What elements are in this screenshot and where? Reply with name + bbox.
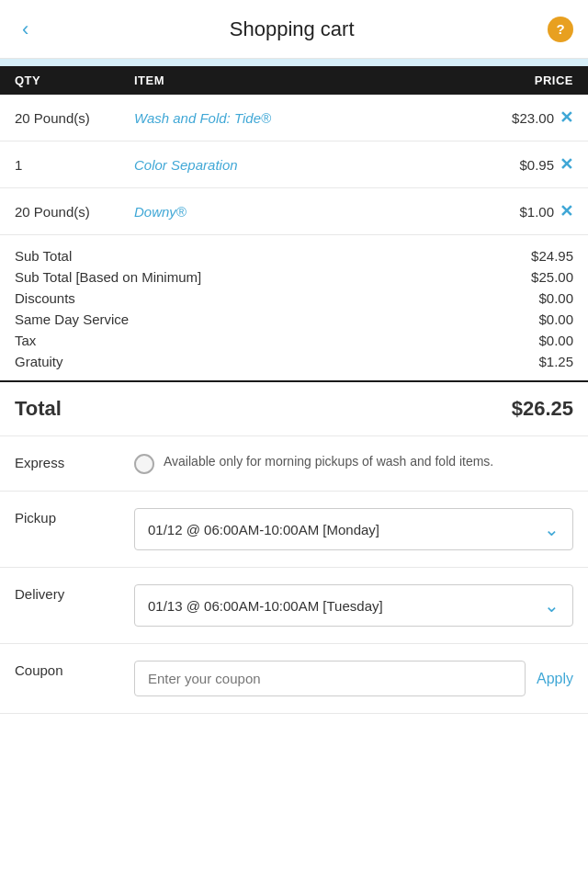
summary-label: Same Day Service xyxy=(15,311,129,327)
col-header-item: ITEM xyxy=(134,74,463,87)
chevron-down-icon: ⌄ xyxy=(544,594,560,616)
coupon-label: Coupon xyxy=(15,661,134,678)
express-radio[interactable] xyxy=(134,454,154,474)
summary-value: $24.95 xyxy=(531,248,573,264)
coupon-input[interactable] xyxy=(134,661,526,696)
express-description: Available only for morning pickups of wa… xyxy=(164,453,493,471)
col-header-qty: QTY xyxy=(15,74,134,87)
pickup-dropdown[interactable]: 01/12 @ 06:00AM-10:00AM [Monday] ⌄ xyxy=(134,508,573,550)
summary-discounts: Discounts $0.00 xyxy=(15,290,573,306)
summary-label: Sub Total [Based on Minimum] xyxy=(15,269,201,285)
row-qty: 20 Pound(s) xyxy=(15,110,134,126)
pickup-value: 01/12 @ 06:00AM-10:00AM [Monday] xyxy=(148,522,537,537)
header: ‹ Shopping cart ? xyxy=(0,0,588,59)
summary-tax: Tax $0.00 xyxy=(15,333,573,348)
remove-item-button[interactable]: ✕ xyxy=(560,154,573,175)
summary-value: $1.25 xyxy=(538,354,573,369)
chevron-down-icon: ⌄ xyxy=(544,518,560,540)
total-row: Total $26.25 xyxy=(0,382,588,436)
row-price: $23.00 xyxy=(462,110,554,126)
apply-coupon-button[interactable]: Apply xyxy=(537,671,573,687)
remove-item-button[interactable]: ✕ xyxy=(560,107,573,128)
row-item: Downy® xyxy=(134,204,462,220)
delivery-label: Delivery xyxy=(15,584,134,602)
delivery-value: 01/13 @ 06:00AM-10:00AM [Tuesday] xyxy=(148,598,537,614)
back-button[interactable]: ‹ xyxy=(15,14,36,45)
summary-value: $25.00 xyxy=(531,269,573,285)
express-content: Available only for morning pickups of wa… xyxy=(134,453,573,474)
summary-label: Sub Total xyxy=(15,248,72,264)
summary-same-day: Same Day Service $0.00 xyxy=(15,311,573,327)
row-qty: 20 Pound(s) xyxy=(15,204,134,220)
delivery-content: 01/13 @ 06:00AM-10:00AM [Tuesday] ⌄ xyxy=(134,584,573,627)
express-label: Express xyxy=(15,453,134,470)
delivery-dropdown[interactable]: 01/13 @ 06:00AM-10:00AM [Tuesday] ⌄ xyxy=(134,584,573,627)
pickup-section: Pickup 01/12 @ 06:00AM-10:00AM [Monday] … xyxy=(0,492,588,568)
total-label: Total xyxy=(15,397,62,421)
summary-subtotal-minimum: Sub Total [Based on Minimum] $25.00 xyxy=(15,269,573,285)
table-row: 20 Pound(s) Wash and Fold: Tide® $23.00 … xyxy=(0,95,588,141)
summary-value: $0.00 xyxy=(538,290,573,306)
col-header-price: PRICE xyxy=(463,74,573,87)
summary-gratuity: Gratuity $1.25 xyxy=(15,354,573,369)
row-qty: 1 xyxy=(15,157,134,173)
accent-bar xyxy=(0,59,588,66)
summary-label: Gratuity xyxy=(15,354,63,369)
row-item: Wash and Fold: Tide® xyxy=(134,110,462,126)
order-summary: Sub Total $24.95 Sub Total [Based on Min… xyxy=(0,235,588,382)
summary-label: Discounts xyxy=(15,290,75,306)
row-item: Color Separation xyxy=(134,157,462,173)
row-price: $0.95 xyxy=(462,157,554,173)
summary-value: $0.00 xyxy=(538,333,573,348)
remove-item-button[interactable]: ✕ xyxy=(560,201,573,221)
coupon-content: Apply xyxy=(134,661,573,696)
help-button[interactable]: ? xyxy=(548,17,573,42)
coupon-section: Coupon Apply xyxy=(0,644,588,714)
pickup-label: Pickup xyxy=(15,508,134,526)
summary-value: $0.00 xyxy=(538,311,573,327)
table-header: QTY ITEM PRICE xyxy=(0,66,588,95)
page-title: Shopping cart xyxy=(36,17,548,41)
table-row: 20 Pound(s) Downy® $1.00 ✕ xyxy=(0,188,588,235)
delivery-section: Delivery 01/13 @ 06:00AM-10:00AM [Tuesda… xyxy=(0,568,588,644)
pickup-content: 01/12 @ 06:00AM-10:00AM [Monday] ⌄ xyxy=(134,508,573,550)
summary-subtotal: Sub Total $24.95 xyxy=(15,248,573,264)
express-section: Express Available only for morning picku… xyxy=(0,436,588,492)
row-price: $1.00 xyxy=(462,204,554,220)
table-row: 1 Color Separation $0.95 ✕ xyxy=(0,141,588,188)
summary-label: Tax xyxy=(15,333,36,348)
total-value: $26.25 xyxy=(512,397,573,421)
